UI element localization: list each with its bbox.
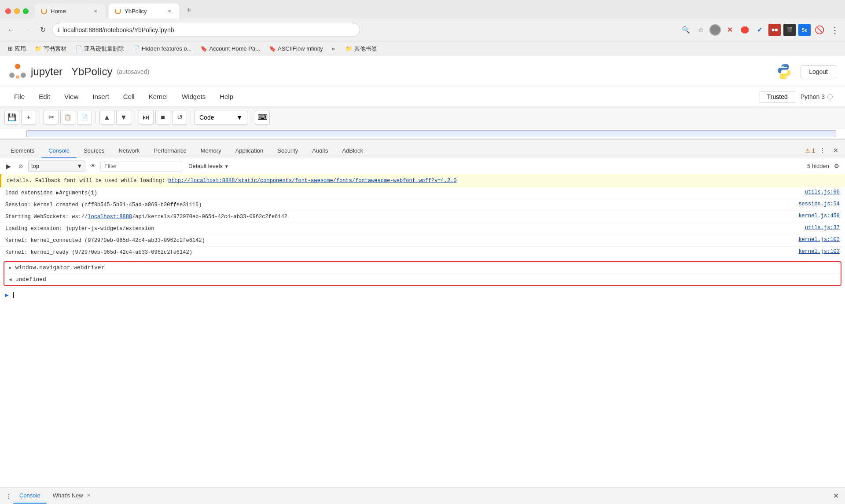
log-source-4[interactable]: utils.js:37 — [805, 225, 840, 231]
run-next-button[interactable]: ⏭ — [139, 110, 154, 125]
maximize-window-button[interactable] — [23, 8, 29, 14]
console-input-row: ▶ — [0, 289, 845, 302]
devtools-more-button[interactable]: ⋮ — [817, 145, 828, 156]
tab-spinner-home — [41, 8, 47, 14]
menu-dots-icon[interactable]: ⋮ — [828, 24, 841, 36]
eye-icon[interactable]: 👁 — [88, 161, 98, 171]
tab-home-close[interactable]: ✕ — [92, 7, 99, 15]
bookmark-writing[interactable]: 📁 写书素材 — [31, 44, 70, 54]
move-down-button[interactable]: ▼ — [116, 110, 131, 125]
paste-cell-button[interactable]: 📄 — [77, 110, 92, 125]
ext-dots-icon[interactable]: ■■ — [768, 24, 781, 36]
menu-cell[interactable]: Cell — [116, 89, 142, 104]
search-icon-btn[interactable]: 🔍 — [680, 24, 692, 36]
ext-stop-icon[interactable]: 🛑 — [738, 24, 751, 36]
move-up-button[interactable]: ▲ — [99, 110, 114, 125]
bottom-menu-icon[interactable]: ⋮ — [4, 491, 13, 501]
jupyter-header: jupyter YbPolicy (autosaved) — [0, 56, 845, 87]
forward-button[interactable]: → — [20, 23, 33, 37]
context-select[interactable]: top ▼ — [28, 161, 85, 172]
menu-insert[interactable]: Insert — [85, 89, 116, 104]
bookmark-account[interactable]: 🔖 Account Home Pa... — [197, 44, 264, 53]
address-bar[interactable]: ℹ localhost:8888/notebooks/YbPolicy.ipyn… — [52, 23, 360, 37]
tab-ybpolicy-label: YbPolicy — [125, 8, 147, 15]
bookmark-amazon[interactable]: 📄 亚马逊批量删除 — [72, 44, 128, 54]
bookmark-other[interactable]: 📁 其他书签 — [342, 44, 381, 54]
devtools-tab-application[interactable]: Application — [228, 143, 271, 158]
menu-kernel[interactable]: Kernel — [142, 89, 175, 104]
console-settings-icon[interactable]: ⚙ — [832, 161, 841, 171]
bookmark-more[interactable]: » — [328, 44, 338, 53]
svg-point-1 — [9, 73, 15, 78]
devtools-tab-elements[interactable]: Elements — [4, 143, 41, 158]
menu-help[interactable]: Help — [213, 89, 240, 104]
ext-x-icon[interactable]: ✕ — [724, 24, 736, 36]
log-source-3[interactable]: kernel.js:459 — [798, 213, 840, 219]
menu-edit[interactable]: Edit — [32, 89, 57, 104]
log-text-5: Kernel: kernel_connected (972970eb-065d-… — [5, 237, 791, 245]
ext-se-icon[interactable]: Se — [798, 24, 811, 36]
ext-script-icon[interactable]: 🚫 — [813, 24, 826, 36]
devtools-tab-adblock[interactable]: AdBlock — [335, 143, 370, 158]
bookmark-ascii[interactable]: 🔖 ASCIIFlow Infinity — [265, 44, 327, 53]
devtools-tab-console[interactable]: Console — [41, 143, 77, 158]
add-cell-button[interactable]: + — [21, 110, 36, 125]
bookmark-hidden[interactable]: 📄 Hidden features o... — [129, 44, 195, 53]
ext-sphere-icon[interactable] — [709, 24, 721, 36]
reload-button[interactable]: ↻ — [36, 23, 49, 37]
ext-check-icon[interactable]: ✔ — [753, 24, 766, 36]
bookmark-star-icon[interactable]: ☆ — [694, 24, 707, 36]
console-output[interactable]: details. Fallback font will be used whil… — [0, 174, 845, 487]
cell-type-dropdown[interactable]: Code ▼ — [195, 110, 247, 125]
bottom-tab-whats-new[interactable]: What's New ✕ — [47, 489, 98, 504]
menu-file[interactable]: File — [7, 89, 32, 104]
devtools-close-x-button[interactable]: ✕ — [830, 490, 841, 502]
console-log-row: Kernel: kernel_connected (972970eb-065d-… — [0, 235, 845, 247]
jupyter-logo-icon — [9, 63, 26, 80]
devtools-close-button[interactable]: ✕ — [830, 145, 841, 156]
tab-ybpolicy-close[interactable]: ✕ — [166, 7, 173, 15]
log-source-1[interactable]: utils.js:60 — [805, 189, 840, 195]
devtools-tab-memory[interactable]: Memory — [194, 143, 228, 158]
log-source-5[interactable]: kernel.js:103 — [798, 237, 840, 243]
close-window-button[interactable] — [5, 8, 11, 14]
devtools-tab-security[interactable]: Security — [270, 143, 305, 158]
block-icon[interactable]: ⊘ — [16, 161, 26, 171]
copy-cell-button[interactable]: 📋 — [60, 110, 75, 125]
new-tab-button[interactable]: + — [183, 4, 195, 16]
log-source-2[interactable]: session.js:54 — [798, 201, 840, 207]
back-button[interactable]: ← — [4, 23, 18, 37]
devtools-tab-performance[interactable]: Performance — [147, 143, 193, 158]
levels-dropdown[interactable]: Default levels ▼ — [188, 163, 229, 169]
log-source-6[interactable]: kernel.js:103 — [798, 248, 840, 255]
trusted-button[interactable]: Trusted — [760, 91, 795, 102]
restart-button[interactable]: ↺ — [172, 110, 187, 125]
save-button[interactable]: 💾 — [4, 110, 19, 125]
minimize-window-button[interactable] — [14, 8, 20, 14]
console-log-row: Loading extension: jupyter-js-widgets/ex… — [0, 223, 845, 235]
devtools-tab-audits[interactable]: Audits — [305, 143, 335, 158]
bottom-tab-console[interactable]: Console — [13, 489, 47, 504]
bookmark-apps[interactable]: ⊞ 应用 — [4, 44, 29, 54]
ext-film-icon[interactable]: 🎬 — [783, 24, 796, 36]
tab-home[interactable]: Home ✕ — [35, 4, 105, 18]
interrupt-button[interactable]: ■ — [155, 110, 170, 125]
output-arrow-icon: ◀ — [9, 277, 12, 282]
console-warning-row: details. Fallback font will be used whil… — [0, 174, 845, 187]
devtools-tab-network[interactable]: Network — [112, 143, 147, 158]
devtools-tab-sources[interactable]: Sources — [77, 143, 112, 158]
logout-button[interactable]: Logout — [801, 65, 836, 78]
svg-point-4 — [783, 66, 784, 67]
exec-context-button[interactable]: ▶ — [4, 161, 13, 171]
tab-ybpolicy[interactable]: YbPolicy ✕ — [109, 4, 179, 18]
warning-link[interactable]: http://localhost:8888/static/components/… — [168, 178, 456, 184]
bookmark-account-label: Account Home Pa... — [209, 45, 260, 52]
devtools-panel: Elements Console Sources Network Perform… — [0, 139, 845, 504]
keyboard-shortcuts-button[interactable]: ⌨ — [255, 110, 270, 125]
menu-view[interactable]: View — [57, 89, 85, 104]
menu-widgets[interactable]: Widgets — [175, 89, 213, 104]
bottom-tab-whats-new-close[interactable]: ✕ — [86, 493, 92, 499]
console-filter-input[interactable] — [100, 161, 182, 172]
cut-cell-button[interactable]: ✂ — [44, 110, 59, 125]
console-prompt-icon: ▶ — [5, 292, 9, 299]
